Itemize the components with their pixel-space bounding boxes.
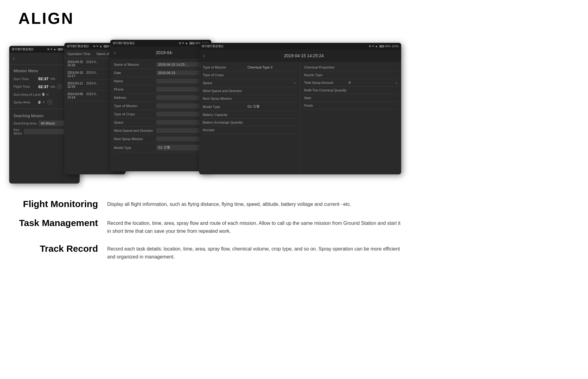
logo: ALIGN	[18, 9, 74, 28]
form-row: Model Type G1 引擎	[203, 102, 296, 111]
form-row: Nozzle Type	[304, 71, 398, 79]
col-header-time: Operation Time	[67, 52, 90, 56]
screen-mission-form: 僅可撥打緊急電話 ⊕ ✦ ▲ 32% 10:51 ‹ 2019-04- Name…	[110, 40, 211, 171]
battery-icon-4	[379, 45, 384, 47]
status-left-4: 僅可撥打緊急電話	[202, 44, 224, 48]
battery-icon-2	[104, 45, 108, 47]
status-left-1: 僅可撥打緊急電話	[12, 47, 34, 51]
form-row: Space ㎡	[114, 118, 208, 127]
form-row: Chemical Proportion	[304, 64, 398, 71]
form-row: Wind Speed and Direction	[203, 87, 296, 95]
feature-desc: Record the location, time, area, spray f…	[107, 218, 401, 235]
form-row: Wind Speed and Direction	[114, 127, 208, 135]
form-row: Battery Capacity	[203, 111, 296, 119]
form-row: Name of Mission 2019-04-15 14:25:...	[114, 61, 208, 69]
form-row: Battery Exchange Quantity	[203, 119, 296, 126]
screen4-title: 2019-04-15 14:25:24	[211, 53, 397, 58]
form-row: Address	[114, 94, 208, 102]
form-row: Finish	[304, 102, 398, 110]
feature-row: Track Record Record each task details: l…	[18, 243, 401, 261]
status-bar-4: 僅可撥打緊急電話 ⊕ ✦ ▲ 32% 10:51	[199, 43, 401, 50]
status-bar-3: 僅可撥打緊急電話 ⊕ ✦ ▲ 32% 10:51	[110, 40, 211, 46]
feature-desc: Record each task details: location, time…	[107, 243, 401, 261]
form-row: Type of Mission	[114, 102, 208, 110]
battery-icon-3	[190, 42, 194, 44]
screen-full-detail: 僅可撥打緊急電話 ⊕ ✦ ▲ 32% 10:51 ‹ 2019-04-15 14…	[199, 43, 401, 174]
screen4-body: Type of Mission Chemical Type 3 Type of …	[199, 62, 401, 174]
status-right-4: ⊕ ✦ ▲ 32% 10:51	[369, 45, 399, 48]
feature-section: Flight Monitoring Display all flight inf…	[18, 199, 401, 269]
battery-icon-1	[58, 48, 62, 50]
screens-area: 僅可撥打緊急電話 ⊕ ✦ ▲ 32% 10:51 ‹ Mission Menu …	[9, 40, 429, 187]
screen3-title: 2019-04-	[121, 50, 208, 55]
screen4-left-col: Type of Mission Chemical Type 3 Type of …	[199, 62, 300, 174]
back-icon-4[interactable]: ‹	[203, 53, 205, 59]
feature-title: Track Record	[18, 243, 98, 254]
status-left-3: 僅可撥打緊急電話	[113, 41, 135, 45]
status-left-2: 僅可撥打緊急電話	[67, 44, 89, 48]
form-row: Type of Mission Chemical Type 3	[203, 64, 296, 71]
form-row: Space ㎡	[203, 79, 296, 87]
form-row: Type of Crops	[203, 71, 296, 79]
form-row: Total Spray Amount 0 L	[304, 79, 398, 87]
feature-row: Flight Monitoring Display all flight inf…	[18, 199, 401, 209]
form-row: Refill The Chemical Quantity	[304, 87, 398, 94]
screen4-header: ‹ 2019-04-15 14:25:24	[199, 50, 401, 62]
screen3-header: ‹ 2019-04-	[110, 46, 211, 59]
back-icon-3[interactable]: ‹	[114, 50, 116, 56]
form-row: Model Type G1 引擎	[114, 143, 208, 152]
form-row: Name	[114, 77, 208, 85]
back-icon-1[interactable]: ‹	[13, 55, 15, 62]
form-row: Date 2019-04-15	[114, 69, 208, 77]
screen4-right-col: Chemical Proportion Nozzle Type Total Sp…	[300, 62, 401, 174]
form-row: Next Spray Mission	[114, 135, 208, 143]
form-row: Type of Crops	[114, 110, 208, 118]
feature-title: Flight Monitoring	[18, 199, 98, 209]
form-row: Next Spray Mission	[203, 95, 296, 102]
form-row: Phone	[114, 85, 208, 94]
feature-row: Task Management Record the location, tim…	[18, 218, 401, 235]
feature-title: Task Management	[18, 218, 98, 228]
form-row: Start	[304, 94, 398, 102]
feature-desc: Display all flight information, such as …	[107, 199, 401, 208]
form-row: Remark	[203, 126, 296, 134]
keyword-input[interactable]	[24, 129, 70, 134]
form-body-3: Name of Mission 2019-04-15 14:25:... Dat…	[110, 59, 211, 154]
